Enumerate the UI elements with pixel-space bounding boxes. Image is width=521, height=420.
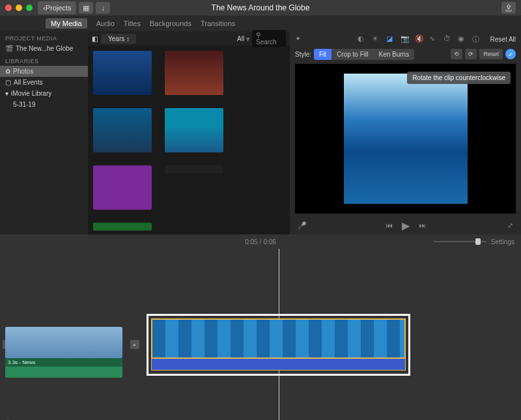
close-window-icon[interactable]: [5, 5, 12, 11]
media-thumbnail[interactable]: [165, 51, 223, 95]
imovie-library-label: iMovie Library: [11, 90, 51, 97]
viewer-panel: ✦ ◐ ☀ ◪ 📷 🔇 ∿ ⏱ ◉ ⓘ Reset All Style: Fit…: [290, 31, 521, 234]
crop-to-fill-button[interactable]: Crop to Fill: [331, 49, 373, 60]
preview-image: [344, 74, 468, 204]
media-thumbnail[interactable]: [93, 51, 152, 95]
search-input[interactable]: ⚲ Search: [252, 30, 286, 47]
project-media-header: PROJECT MEDIA: [0, 31, 88, 43]
libraries-header: LIBRARIES: [0, 54, 88, 66]
share-button[interactable]: [501, 2, 516, 14]
track-nav-right[interactable]: ▸: [130, 340, 139, 349]
prev-frame-icon[interactable]: ⏮: [386, 221, 393, 229]
noise-reduction-icon[interactable]: ∿: [429, 35, 438, 44]
info-icon[interactable]: ⓘ: [472, 35, 481, 44]
disclosure-triangle-icon[interactable]: ▾: [5, 90, 8, 97]
rotate-cw-button[interactable]: ⟳: [465, 49, 477, 59]
maximize-window-icon[interactable]: [26, 5, 33, 11]
timeline: 0:05 / 0:06 Settings ◂ ▸ 3.3s - News ♪: [0, 234, 521, 420]
rotate-tooltip: Rotate the clip counterclockwise: [407, 72, 511, 84]
tab-my-media[interactable]: My Media: [46, 18, 87, 29]
stabilization-icon[interactable]: 📷: [401, 35, 410, 44]
clip-filter-icon[interactable]: ◉: [458, 35, 467, 44]
preview-viewport[interactable]: Rotate the clip counterclockwise: [295, 64, 516, 214]
media-thumbnail[interactable]: [165, 108, 223, 152]
audio-clip-label: 3.3s - News: [5, 358, 122, 367]
apply-crop-button[interactable]: ✓: [505, 49, 516, 59]
tab-titles[interactable]: Titles: [124, 20, 141, 27]
fit-button[interactable]: Fit: [314, 49, 331, 60]
project-name-label: The New...he Globe: [16, 45, 73, 52]
photos-icon: ✿: [5, 68, 10, 75]
play-icon[interactable]: ▶: [402, 219, 410, 232]
projects-back-button[interactable]: ‹ Projects: [38, 1, 76, 14]
clapper-icon: 🎬: [5, 45, 13, 52]
speed-icon[interactable]: ⏱: [444, 35, 453, 44]
media-thumbnail[interactable]: [93, 108, 152, 152]
titlebar: ‹ Projects ▦ ↓ The News Around the Globe: [0, 0, 521, 16]
enhance-icon[interactable]: ✦: [295, 35, 304, 44]
date-label: 5-31-19: [13, 101, 35, 108]
current-time: 0:05: [245, 238, 257, 245]
audio-clip-news[interactable]: 3.3s - News: [5, 358, 122, 378]
browser-toolbar: ◧ Years ↕ All ▿ ⚲ Search: [88, 31, 290, 46]
project-title: The News Around the Globe: [0, 3, 521, 12]
viewer-toolbar: ✦ ◐ ☀ ◪ 📷 🔇 ∿ ⏱ ◉ ⓘ Reset All: [290, 31, 521, 47]
music-track-icon: ♪: [7, 417, 10, 420]
sidebar-date-item[interactable]: 5-31-19: [0, 99, 88, 110]
playback-controls: 🎤 ⏮ ▶ ⏭ ⤢: [290, 216, 521, 234]
settings-button[interactable]: Settings: [491, 238, 514, 245]
color-correction-icon[interactable]: ☀: [372, 35, 381, 44]
fullscreen-icon[interactable]: ⤢: [507, 221, 513, 230]
volume-icon[interactable]: 🔇: [415, 35, 424, 44]
total-time: 0:06: [263, 238, 275, 245]
sidebar: PROJECT MEDIA 🎬 The New...he Globe LIBRA…: [0, 31, 88, 234]
sidebar-photos[interactable]: ✿ Photos: [0, 66, 88, 77]
library-view-button[interactable]: ▦: [79, 2, 93, 14]
ken-burns-button[interactable]: Ken Burns: [373, 49, 414, 60]
tab-backgrounds[interactable]: Backgrounds: [150, 20, 191, 27]
next-frame-icon[interactable]: ⏭: [419, 221, 426, 229]
years-filter[interactable]: Years ↕: [102, 34, 136, 44]
rotate-ccw-button[interactable]: ⟲: [451, 49, 462, 59]
video-clip-audio-track[interactable]: [151, 359, 406, 371]
top-pane: PROJECT MEDIA 🎬 The New...he Globe LIBRA…: [0, 31, 521, 234]
thumbnail-grid: [88, 46, 290, 234]
minimize-window-icon[interactable]: [16, 5, 22, 11]
media-tabs: My Media Audio Titles Backgrounds Transi…: [0, 16, 521, 31]
timeline-tracks[interactable]: ◂ ▸ 3.3s - News ♪: [0, 249, 521, 420]
timeline-header: 0:05 / 0:06 Settings: [0, 234, 521, 249]
style-label: Style:: [295, 51, 311, 58]
sidebar-toggle-icon[interactable]: ◧: [92, 35, 98, 42]
sidebar-all-events[interactable]: ▢ All Events: [0, 77, 88, 88]
crop-style-bar: Style: Fit Crop to Fill Ken Burns ⟲ ⟳ Re…: [290, 47, 521, 61]
share-icon: [505, 4, 513, 12]
selected-clip[interactable]: [147, 314, 410, 376]
media-thumbnail[interactable]: [93, 165, 152, 210]
events-icon: ▢: [5, 79, 11, 86]
window-controls: [5, 5, 33, 11]
filter-all[interactable]: All ▿: [237, 35, 249, 42]
all-events-label: All Events: [14, 79, 42, 86]
voiceover-icon[interactable]: 🎤: [298, 221, 307, 230]
crop-style-segment: Fit Crop to Fill Ken Burns: [314, 49, 414, 60]
video-clip-map[interactable]: [5, 327, 122, 358]
media-thumbnail[interactable]: [93, 223, 152, 231]
projects-label: Projects: [46, 4, 72, 12]
import-button[interactable]: ↓: [96, 2, 110, 14]
sidebar-project-item[interactable]: 🎬 The New...he Globe: [0, 43, 88, 54]
tab-audio[interactable]: Audio: [96, 20, 115, 27]
media-thumbnail[interactable]: [165, 165, 223, 173]
sidebar-imovie-library[interactable]: ▾ iMovie Library: [0, 88, 88, 99]
video-clip-waterfall[interactable]: [151, 318, 406, 359]
tab-transitions[interactable]: Transitions: [201, 20, 235, 27]
color-balance-icon[interactable]: ◐: [358, 35, 367, 44]
zoom-slider[interactable]: [434, 241, 486, 242]
media-browser: ◧ Years ↕ All ▿ ⚲ Search: [88, 31, 290, 234]
reset-crop-button[interactable]: Reset: [479, 49, 503, 59]
crop-icon[interactable]: ◪: [386, 35, 395, 44]
reset-all-button[interactable]: Reset All: [490, 36, 516, 43]
photos-label: Photos: [13, 68, 33, 75]
